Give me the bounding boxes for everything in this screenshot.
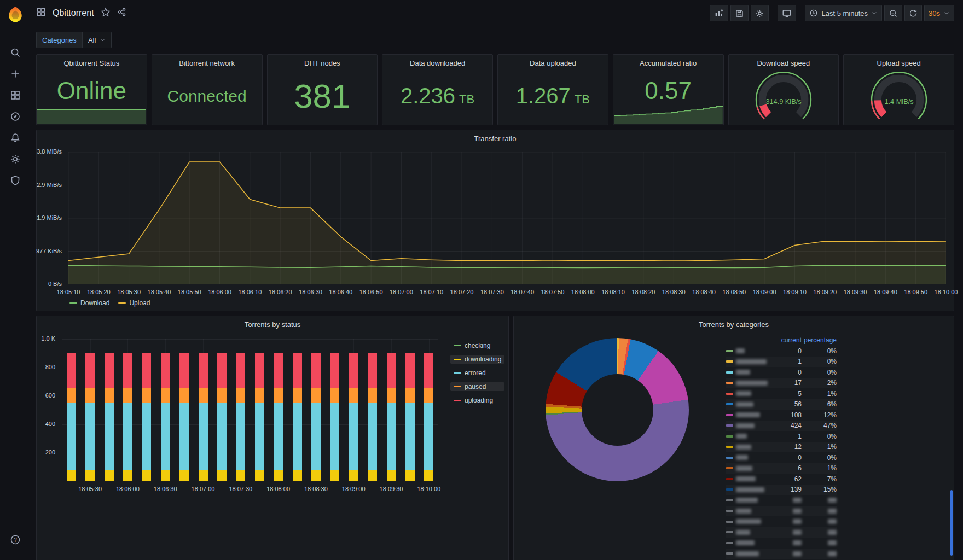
x-tick: 18:05:30 bbox=[117, 289, 141, 295]
vertical-scrollbar[interactable] bbox=[950, 490, 953, 556]
transfer-chart[interactable] bbox=[68, 152, 946, 284]
categories-donut-chart[interactable] bbox=[546, 338, 689, 481]
panel-title[interactable]: Data downloaded bbox=[382, 55, 492, 67]
legend-item-upload[interactable]: Upload bbox=[118, 299, 150, 307]
legend-item-uploading[interactable]: uploading bbox=[450, 396, 504, 405]
panel-title[interactable]: Data uploaded bbox=[498, 55, 608, 67]
panel-download-speed: Download speed 314.9 KiB/s bbox=[728, 54, 839, 125]
table-row[interactable]: 566% bbox=[726, 399, 837, 410]
stacked-bar[interactable] bbox=[424, 353, 433, 481]
refresh-interval-dropdown[interactable]: 30s bbox=[924, 5, 954, 21]
stacked-bar[interactable] bbox=[255, 353, 264, 481]
admin-shield-icon[interactable] bbox=[0, 170, 30, 191]
table-row[interactable]: 121% bbox=[726, 442, 837, 453]
table-row[interactable] bbox=[726, 495, 837, 506]
table-row[interactable]: 627% bbox=[726, 474, 837, 485]
stacked-bar[interactable] bbox=[368, 353, 377, 481]
panel-title[interactable]: Qbittorrent Status bbox=[37, 55, 147, 67]
panel-title[interactable]: Bittorrent network bbox=[152, 55, 262, 67]
table-row[interactable]: 13915% bbox=[726, 485, 837, 495]
panel-title[interactable]: Accumulated ratio bbox=[613, 55, 723, 67]
series-color-icon bbox=[726, 435, 733, 438]
table-row[interactable]: 172% bbox=[726, 378, 837, 389]
redacted-category-label bbox=[736, 551, 759, 556]
save-dashboard-button[interactable] bbox=[730, 5, 749, 21]
table-row[interactable]: 00% bbox=[726, 346, 837, 357]
legend-item-download[interactable]: Download bbox=[69, 299, 109, 307]
table-row[interactable] bbox=[726, 516, 837, 527]
table-row[interactable]: 42447% bbox=[726, 421, 837, 431]
alerting-bell-icon[interactable] bbox=[0, 127, 30, 148]
redacted-category-label bbox=[736, 391, 751, 396]
table-row[interactable] bbox=[726, 527, 837, 538]
favorite-star-icon[interactable] bbox=[101, 7, 111, 19]
table-row[interactable]: 51% bbox=[726, 388, 837, 399]
stacked-bar[interactable] bbox=[217, 353, 227, 481]
table-row[interactable] bbox=[726, 549, 837, 559]
stacked-bar[interactable] bbox=[105, 353, 114, 481]
table-row[interactable]: 61% bbox=[726, 463, 837, 474]
share-icon[interactable] bbox=[117, 7, 127, 19]
stacked-bar[interactable] bbox=[179, 353, 189, 481]
create-plus-icon[interactable] bbox=[0, 63, 30, 84]
x-tick: 18:06:30 bbox=[299, 289, 322, 295]
column-header-percentage[interactable]: percentage bbox=[802, 336, 837, 344]
table-row[interactable] bbox=[726, 506, 837, 517]
stacked-bar[interactable] bbox=[387, 353, 396, 481]
dashboard-grid-icon[interactable] bbox=[36, 7, 46, 19]
variable-value-dropdown[interactable]: All bbox=[82, 32, 112, 48]
configuration-gear-icon[interactable] bbox=[0, 148, 30, 170]
panel-title[interactable]: Download speed bbox=[729, 55, 839, 67]
help-icon[interactable]: ? bbox=[0, 529, 30, 550]
add-panel-button[interactable] bbox=[710, 5, 728, 21]
grafana-logo-icon[interactable] bbox=[7, 5, 24, 23]
time-range-picker[interactable]: Last 5 minutes bbox=[805, 5, 882, 21]
panel-title[interactable]: Torrents by categories bbox=[514, 316, 954, 329]
stacked-bar[interactable] bbox=[274, 353, 283, 481]
stacked-bar[interactable] bbox=[330, 353, 339, 481]
stacked-bar[interactable] bbox=[123, 353, 132, 481]
table-row[interactable]: 00% bbox=[726, 452, 837, 463]
search-icon[interactable] bbox=[0, 42, 30, 63]
cycle-view-tv-button[interactable] bbox=[778, 5, 796, 21]
legend-item-checking[interactable]: checking bbox=[450, 341, 504, 350]
status-bar-chart[interactable] bbox=[62, 339, 438, 481]
x-tick: 18:08:00 bbox=[571, 289, 595, 295]
panel-title[interactable]: DHT nodes bbox=[268, 55, 378, 67]
stacked-bar[interactable] bbox=[236, 353, 245, 481]
table-row[interactable]: 10812% bbox=[726, 410, 837, 421]
dashboards-icon[interactable] bbox=[0, 84, 30, 106]
stat-value: 381 bbox=[294, 77, 350, 115]
stacked-bar[interactable] bbox=[293, 353, 302, 481]
stacked-bar[interactable] bbox=[311, 353, 321, 481]
panel-title[interactable]: Upload speed bbox=[844, 55, 954, 67]
stacked-bar[interactable] bbox=[349, 353, 358, 481]
table-row[interactable] bbox=[726, 538, 837, 549]
panel-title[interactable]: Torrents by status bbox=[37, 316, 508, 329]
table-row[interactable]: 10% bbox=[726, 357, 837, 368]
stacked-bar[interactable] bbox=[67, 353, 76, 481]
x-tick: 18:07:20 bbox=[450, 289, 474, 295]
explore-compass-icon[interactable] bbox=[0, 106, 30, 127]
table-row[interactable]: 00% bbox=[726, 367, 837, 378]
legend-item-errored[interactable]: errored bbox=[450, 369, 504, 377]
stacked-bar[interactable] bbox=[161, 353, 170, 481]
stacked-bar[interactable] bbox=[85, 353, 95, 481]
legend-item-paused[interactable]: paused bbox=[450, 382, 504, 391]
main-content: Qbittorrent bbox=[30, 0, 963, 560]
legend-item-downloading[interactable]: downloading bbox=[450, 355, 504, 364]
panel-title[interactable]: Transfer ratio bbox=[37, 130, 954, 143]
table-row[interactable]: 10% bbox=[726, 431, 837, 442]
x-tick: 18:09:20 bbox=[813, 289, 837, 295]
stacked-bar[interactable] bbox=[199, 353, 208, 481]
stacked-bar[interactable] bbox=[142, 353, 151, 481]
y-tick: 600 bbox=[45, 392, 55, 399]
dashboard-settings-button[interactable] bbox=[751, 5, 769, 21]
zoom-out-button[interactable] bbox=[884, 5, 902, 21]
column-header-current[interactable]: current bbox=[773, 336, 802, 344]
variable-label[interactable]: Categories bbox=[36, 32, 82, 48]
refresh-button[interactable] bbox=[904, 5, 922, 21]
stacked-bar[interactable] bbox=[405, 353, 415, 481]
panel-torrents-by-status: Torrents by status 1.0 K800600400200 18:… bbox=[36, 316, 509, 560]
series-color-icon bbox=[726, 478, 733, 480]
